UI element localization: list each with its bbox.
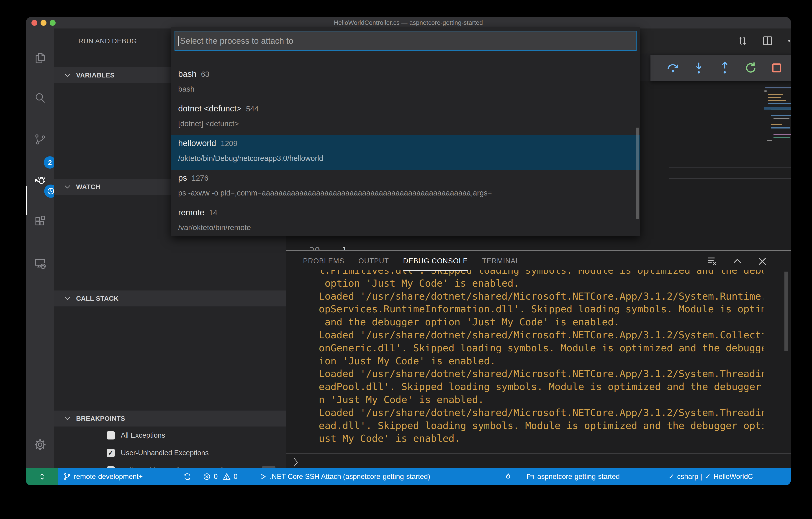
- language-label: csharp |: [677, 472, 702, 481]
- console-line: Loaded '/usr/share/dotnet/shared/Microso…: [319, 367, 763, 380]
- sync-status[interactable]: [183, 468, 192, 485]
- quickpick-scrollbar[interactable]: [636, 127, 639, 219]
- activity-bar: 2: [26, 28, 54, 468]
- source-control-icon[interactable]: [34, 133, 47, 146]
- debug-target-status[interactable]: .NET Core SSH Attach (aspnetcore-getting…: [259, 468, 430, 485]
- check-icon: ✓: [705, 472, 711, 481]
- console-line: eadPool.dll'. Skipped loading symbols. M…: [319, 380, 763, 393]
- console-line: and the debugger option 'Just My Code' i…: [319, 316, 763, 328]
- console-line: Loaded '/usr/share/dotnet/shared/Microso…: [319, 328, 763, 342]
- section-label: VARIABLES: [76, 71, 115, 79]
- close-panel-icon[interactable]: [757, 256, 768, 267]
- section-label: BREAKPOINTS: [76, 415, 125, 423]
- checkbox-checked[interactable]: ✓: [107, 449, 115, 457]
- section-breakpoints[interactable]: BREAKPOINTS: [54, 410, 286, 427]
- minimap-highlight: [764, 107, 791, 110]
- current-line-border: [669, 168, 791, 168]
- warnings-icon: [223, 472, 231, 481]
- okteto-status[interactable]: [504, 468, 512, 485]
- step-over-icon[interactable]: [666, 61, 680, 75]
- sync-icon: [183, 472, 192, 481]
- vscode-window: HelloWorldController.cs — aspnetcore-get…: [26, 17, 791, 485]
- quickpick-placeholder: Select the process to attach to: [180, 36, 293, 46]
- quickpick-input[interactable]: Select the process to attach to: [175, 31, 637, 51]
- process-item-helloworld-selected[interactable]: helloworld1209 /okteto/bin/Debug/netcore…: [171, 135, 640, 170]
- bottom-panel: l.Primitives.dll'. Skipped loading symbo…: [286, 250, 791, 468]
- more-actions-icon[interactable]: [787, 35, 791, 47]
- extensions-icon[interactable]: [34, 215, 47, 228]
- process-pid: 14: [209, 208, 218, 217]
- problems-status[interactable]: 0 0: [203, 468, 238, 485]
- breakpoint-all-exceptions[interactable]: All Exceptions: [54, 427, 286, 444]
- process-detail: /var/okteto/bin/remote: [178, 223, 251, 232]
- folder-icon: [526, 472, 534, 481]
- flame-icon: [504, 472, 512, 481]
- stop-icon[interactable]: [770, 61, 784, 75]
- console-input-divider: [286, 453, 791, 454]
- debug-console-output[interactable]: l.Primitives.dll'. Skipped loading symbo…: [319, 270, 763, 453]
- run-and-debug-icon[interactable]: [34, 175, 47, 187]
- window-title: HelloWorldController.cs — aspnetcore-get…: [26, 19, 791, 26]
- process-detail: [dotnet] <defunct>: [178, 119, 239, 128]
- errors-count: 0: [214, 472, 218, 481]
- process-name: remote: [178, 208, 204, 217]
- tab-debug-console[interactable]: DEBUG CONSOLE: [403, 257, 468, 265]
- chevron-down-icon: [64, 295, 71, 302]
- search-icon[interactable]: [34, 92, 47, 104]
- folder-status[interactable]: aspnetcore-getting-started: [526, 468, 620, 485]
- breakpoint-user-unhandled[interactable]: ✓ User-Unhandled Exceptions: [54, 444, 286, 462]
- process-item-bash[interactable]: bash63 bash: [171, 66, 640, 101]
- process-detail: ps -axww -o pid=,comm=aaaaaaaaaaaaaaaaaa…: [178, 189, 492, 197]
- console-line: Loaded '/usr/share/dotnet/shared/Microso…: [319, 290, 763, 303]
- remote-explorer-icon[interactable]: [34, 257, 47, 270]
- status-bar: remote-development+ 0 0: [26, 468, 791, 485]
- restart-icon[interactable]: [744, 61, 758, 75]
- explorer-icon[interactable]: [34, 52, 47, 64]
- process-name: dotnet <defunct>: [178, 104, 241, 113]
- tab-output[interactable]: OUTPUT: [358, 257, 389, 265]
- text-caret: [178, 36, 179, 46]
- split-editor-icon[interactable]: [762, 35, 774, 47]
- section-label: CALL STACK: [76, 295, 119, 302]
- quickpick-dropdown: Select the process to attach to bash63 b…: [171, 27, 640, 236]
- step-into-icon[interactable]: [692, 61, 706, 75]
- remote-indicator[interactable]: [26, 468, 58, 485]
- panel-tabs: PROBLEMS OUTPUT DEBUG CONSOLE TERMINAL: [303, 251, 520, 271]
- maximize-panel-icon[interactable]: [731, 256, 743, 267]
- warnings-count: 0: [234, 472, 237, 481]
- process-name: ps: [178, 173, 187, 182]
- title-bar: HelloWorldController.cs — aspnetcore-get…: [26, 17, 791, 28]
- errors-icon: [203, 472, 211, 481]
- section-call-stack[interactable]: CALL STACK: [54, 290, 286, 307]
- check-icon: ✓: [668, 472, 674, 481]
- current-line-border: [669, 178, 791, 179]
- checkbox-unchecked[interactable]: [107, 431, 115, 439]
- branch-status[interactable]: remote-development+: [63, 468, 143, 485]
- breakpoint-label: All Exceptions: [121, 431, 165, 439]
- process-item-dotnet[interactable]: dotnet <defunct>544 [dotnet] <defunct>: [171, 101, 640, 135]
- console-line: ion 'Just My Code' is enabled.: [319, 354, 763, 368]
- settings-gear-icon[interactable]: [34, 438, 47, 451]
- process-pid: 63: [201, 70, 209, 78]
- tab-terminal[interactable]: TERMINAL: [482, 257, 520, 265]
- debug-toolbar: [650, 55, 791, 81]
- console-prompt-icon[interactable]: [291, 457, 300, 468]
- process-detail: /okteto/bin/Debug/netcoreapp3.0/hellowor…: [178, 154, 323, 163]
- toggle-layout-icon[interactable]: [736, 35, 748, 47]
- chevron-down-icon: [64, 415, 71, 422]
- branch-icon: [63, 472, 71, 481]
- process-item-remote[interactable]: remote14 /var/okteto/bin/remote: [171, 205, 640, 239]
- console-line: ead.dll'. Skipped loading symbols. Modul…: [319, 419, 763, 432]
- clear-console-icon[interactable]: [706, 256, 718, 267]
- console-line: onGeneric.dll'. Skipped loading symbols.…: [319, 342, 763, 354]
- language-status[interactable]: ✓ csharp | ✓ HelloWorldC: [668, 468, 753, 485]
- panel-scrollbar[interactable]: [784, 271, 788, 351]
- process-name: helloworld: [178, 139, 216, 148]
- debug-target-label: .NET Core SSH Attach (aspnetcore-getting…: [270, 472, 430, 481]
- step-out-icon[interactable]: [718, 61, 732, 75]
- tab-problems[interactable]: PROBLEMS: [303, 257, 344, 265]
- minimap[interactable]: [764, 87, 791, 142]
- process-name: bash: [178, 69, 196, 79]
- process-item-ps[interactable]: ps1276 ps -axww -o pid=,comm=aaaaaaaaaaa…: [171, 170, 640, 205]
- section-label: WATCH: [76, 183, 100, 191]
